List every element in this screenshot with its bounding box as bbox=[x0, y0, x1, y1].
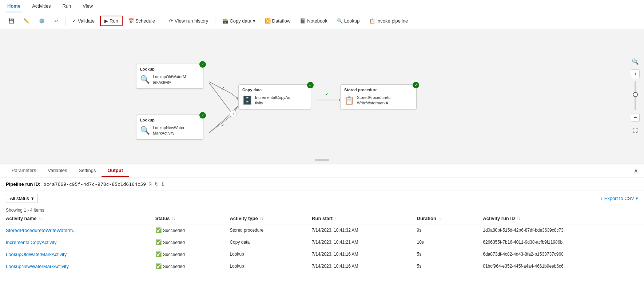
export-label: Export to CSV bbox=[604, 196, 634, 201]
lookup1-check: ✓ bbox=[199, 61, 206, 68]
success-icon: ✅ bbox=[155, 263, 162, 269]
edit-button[interactable]: ✏️ bbox=[20, 16, 33, 26]
copy-run-id-icon[interactable]: ⎘ bbox=[149, 181, 152, 187]
cell-activity-name[interactable]: StoredProceduretoWriteWaterm... bbox=[0, 224, 150, 236]
cell-activity-type: Stored procedure bbox=[224, 224, 306, 236]
schedule-button[interactable]: 📅 Schedule bbox=[124, 16, 159, 26]
lookup1-header: Lookup bbox=[140, 67, 199, 71]
nav-activities[interactable]: Activities bbox=[31, 0, 52, 12]
success-icon: ✅ bbox=[155, 227, 162, 233]
col-run-start[interactable]: Run start ↑↓ bbox=[306, 213, 411, 224]
cell-activity-name[interactable]: IncrementalCopyActivity bbox=[0, 236, 150, 248]
play-icon: ▶ bbox=[104, 18, 108, 24]
lookup-button[interactable]: 🔍 Lookup bbox=[333, 16, 364, 26]
dataflow-button[interactable]: 🔀 Dataflow bbox=[261, 16, 295, 26]
download-icon: ↓ bbox=[600, 196, 603, 201]
table-row[interactable]: IncrementalCopyActivity✅SucceededCopy da… bbox=[0, 236, 644, 248]
dropdown-chevron-icon: ▾ bbox=[31, 196, 34, 201]
cell-status: ✅Succeeded bbox=[150, 224, 224, 236]
lookup2-node[interactable]: Lookup ✓ 🔍 LookupNewWaterMarkActivity bbox=[136, 115, 203, 140]
refresh-icon[interactable]: ↻ bbox=[155, 181, 159, 187]
nav-home[interactable]: Home bbox=[6, 0, 22, 12]
lookup2-header: Lookup bbox=[140, 118, 199, 122]
copy-data-icon: 🗃️ bbox=[222, 18, 228, 24]
cell-duration: 5s bbox=[411, 248, 477, 260]
cell-run-start: 7/14/2023, 10:41:32 AM bbox=[306, 224, 411, 236]
lookup2-label: LookupNewWaterMarkActivity bbox=[153, 125, 184, 136]
col-duration[interactable]: Duration ↑↓ bbox=[411, 213, 477, 224]
nav-run[interactable]: Run bbox=[61, 0, 72, 12]
settings-button[interactable]: ⚙️ bbox=[35, 16, 49, 26]
success-icon: ✅ bbox=[155, 251, 162, 257]
tab-output[interactable]: Output bbox=[102, 165, 129, 177]
info-icon[interactable]: ℹ bbox=[162, 181, 164, 187]
pipeline-run-id-label: Pipeline run ID: bbox=[6, 181, 40, 187]
table-row[interactable]: StoredProceduretoWriteWaterm...✅Succeede… bbox=[0, 224, 644, 236]
validate-button[interactable]: ✓ Validate bbox=[68, 16, 99, 26]
status-filter-dropdown[interactable]: All status ▾ bbox=[6, 194, 38, 203]
svg-text:✓: ✓ bbox=[221, 122, 225, 128]
status-filter-label: All status bbox=[10, 196, 29, 201]
sort-icon-type: ↑↓ bbox=[260, 216, 263, 220]
stored-procedure-node[interactable]: Stored procedure ✓ 📋 StoredProceduretoWr… bbox=[340, 84, 417, 109]
stored-procedure-header: Stored procedure bbox=[344, 88, 413, 92]
invoke-pipeline-button[interactable]: 📋 Invoke pipeline bbox=[365, 16, 412, 26]
fullscreen-button[interactable]: ⛶ bbox=[633, 128, 638, 133]
tab-variables[interactable]: Variables bbox=[42, 165, 73, 177]
cell-activity-type: Lookup bbox=[224, 248, 306, 260]
toolbar-separator-2 bbox=[162, 17, 162, 25]
zoom-slider-thumb[interactable] bbox=[633, 92, 638, 97]
col-activity-type[interactable]: Activity type ↑↓ bbox=[224, 213, 306, 224]
stored-procedure-check: ✓ bbox=[413, 82, 419, 88]
cell-activity-name[interactable]: LookupOldWaterMarkActivity bbox=[0, 248, 150, 260]
cell-run-start: 7/14/2023, 10:41:21 AM bbox=[306, 236, 411, 248]
copy-data-node[interactable]: Copy data ✓ 🗄️ IncrementalCopyActivity bbox=[238, 84, 311, 109]
success-icon: ✅ bbox=[155, 239, 162, 245]
search-canvas-icon[interactable]: 🔍 bbox=[632, 58, 639, 65]
table-row[interactable]: LookupNewWaterMarkActivity✅SucceededLook… bbox=[0, 260, 644, 272]
lookup2-check: ✓ bbox=[199, 112, 206, 119]
settings-icon: ⚙️ bbox=[39, 18, 45, 24]
pipeline-run-id-value: bc4a7669-c95f-4d7c-978c-85c1d6164c59 bbox=[43, 181, 146, 187]
col-run-id[interactable]: Activity run ID ↑↓ bbox=[477, 213, 644, 224]
zoom-out-button[interactable]: − bbox=[631, 113, 640, 122]
copy-data-button[interactable]: 🗃️ Copy data ▾ bbox=[218, 16, 259, 26]
lookup1-label: LookupOldWaterMarkActivity bbox=[153, 74, 186, 85]
canvas-drag-handle bbox=[315, 159, 329, 161]
copy-data-icon: 🗄️ bbox=[242, 96, 252, 105]
panel-collapse-button[interactable]: ∧ bbox=[634, 167, 638, 174]
undo-button[interactable]: ↩ bbox=[50, 16, 62, 26]
notebook-button[interactable]: 📓 Notebook bbox=[296, 16, 331, 26]
export-csv-button[interactable]: ↓ Export to CSV ▾ bbox=[600, 196, 638, 201]
table-row[interactable]: LookupOldWaterMarkActivity✅SucceededLook… bbox=[0, 248, 644, 260]
filter-row: All status ▾ ↓ Export to CSV ▾ bbox=[0, 191, 644, 206]
export-dropdown-icon: ▾ bbox=[636, 196, 638, 201]
view-run-history-button[interactable]: ⟳ View run history bbox=[165, 16, 212, 26]
tab-settings[interactable]: Settings bbox=[73, 165, 102, 177]
lookup1-node[interactable]: Lookup ✓ 🔍 LookupOldWaterMarkActivity bbox=[136, 64, 203, 89]
cell-activity-type: Copy data bbox=[224, 236, 306, 248]
tab-parameters[interactable]: Parameters bbox=[6, 165, 42, 177]
stored-procedure-icon: 📋 bbox=[344, 96, 354, 105]
cell-activity-name[interactable]: LookupNewWaterMarkActivity bbox=[0, 260, 150, 272]
cell-run-start: 7/14/2023, 10:41:16 AM bbox=[306, 248, 411, 260]
copy-data-label: IncrementalCopyActivity bbox=[255, 95, 290, 106]
run-info-bar: Pipeline run ID: bc4a7669-c95f-4d7c-978c… bbox=[0, 177, 644, 191]
calendar-icon: 📅 bbox=[128, 18, 134, 24]
zoom-controls: 🔍 + − ⛶ bbox=[631, 58, 640, 133]
pipeline-canvas: ✓ ✓ ✓ + Lookup ✓ 🔍 LookupOldWaterMarkAct… bbox=[0, 29, 644, 164]
cell-run-id: 01bcf964-e352-445f-a4a4-4661b9eeb6c6 bbox=[477, 260, 644, 272]
sort-icon-run-id: ↑↓ bbox=[517, 216, 520, 220]
nav-view[interactable]: View bbox=[81, 0, 94, 12]
zoom-in-button[interactable]: + bbox=[631, 69, 640, 78]
svg-text:✓: ✓ bbox=[221, 86, 225, 91]
col-activity-name[interactable]: Activity name ↑↓ bbox=[0, 213, 150, 224]
toolbar-separator-1 bbox=[65, 17, 65, 25]
top-nav: Home Activities Run View bbox=[0, 0, 644, 13]
col-status[interactable]: Status ↑↓ bbox=[150, 213, 224, 224]
svg-line-4 bbox=[209, 115, 233, 133]
stored-procedure-label: StoredProceduretoWriteWatermarkA... bbox=[357, 95, 391, 106]
run-button[interactable]: ▶ Run bbox=[100, 16, 123, 26]
save-button[interactable]: 💾 bbox=[4, 16, 18, 26]
plus-connector-button[interactable]: + bbox=[230, 110, 237, 117]
